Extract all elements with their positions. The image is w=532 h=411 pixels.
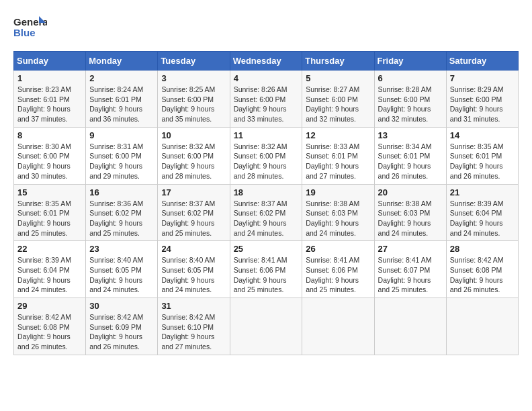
day-info: Sunrise: 8:42 AMSunset: 6:10 PMDaylight:… [161,313,215,351]
day-info: Sunrise: 8:31 AMSunset: 6:00 PMDaylight:… [89,142,143,180]
calendar-cell: 10Sunrise: 8:32 AMSunset: 6:00 PMDayligh… [158,127,230,184]
logo-svg: General Blue [13,13,47,43]
calendar-cell: 28Sunrise: 8:42 AMSunset: 6:08 PMDayligh… [446,241,518,298]
calendar-cell: 2Sunrise: 8:24 AMSunset: 6:01 PMDaylight… [86,71,158,128]
weekday-header-wednesday: Wednesday [230,52,302,71]
calendar-cell: 22Sunrise: 8:39 AMSunset: 6:04 PMDayligh… [14,241,86,298]
day-info: Sunrise: 8:33 AMSunset: 6:01 PMDaylight:… [306,142,359,180]
day-number: 5 [306,73,370,83]
calendar-cell: 11Sunrise: 8:32 AMSunset: 6:00 PMDayligh… [230,127,302,184]
day-info: Sunrise: 8:38 AMSunset: 6:03 PMDaylight:… [306,199,359,237]
day-info: Sunrise: 8:32 AMSunset: 6:00 PMDaylight:… [161,142,215,180]
day-info: Sunrise: 8:29 AMSunset: 6:00 PMDaylight:… [450,85,504,123]
day-info: Sunrise: 8:37 AMSunset: 6:02 PMDaylight:… [161,199,215,237]
day-number: 23 [89,244,154,254]
weekday-header-saturday: Saturday [446,52,518,71]
day-number: 29 [17,301,82,311]
calendar-cell: 7Sunrise: 8:29 AMSunset: 6:00 PMDaylight… [446,71,518,128]
calendar-cell: 24Sunrise: 8:40 AMSunset: 6:05 PMDayligh… [158,241,230,298]
day-number: 9 [89,130,154,140]
weekday-header-row: SundayMondayTuesdayWednesdayThursdayFrid… [14,52,519,71]
day-info: Sunrise: 8:42 AMSunset: 6:09 PMDaylight:… [89,313,143,351]
day-number: 1 [17,73,82,83]
weekday-header-tuesday: Tuesday [158,52,230,71]
weekday-header-sunday: Sunday [14,52,86,71]
day-number: 27 [378,244,443,254]
calendar-cell: 25Sunrise: 8:41 AMSunset: 6:06 PMDayligh… [230,241,302,298]
calendar-week-4: 22Sunrise: 8:39 AMSunset: 6:04 PMDayligh… [14,241,519,298]
calendar-cell: 21Sunrise: 8:39 AMSunset: 6:04 PMDayligh… [446,184,518,241]
weekday-header-friday: Friday [374,52,446,71]
day-number: 20 [378,187,443,197]
day-info: Sunrise: 8:42 AMSunset: 6:08 PMDaylight:… [17,313,71,351]
day-number: 11 [234,130,299,140]
day-number: 14 [450,130,515,140]
logo: General Blue [13,13,47,43]
calendar-cell: 8Sunrise: 8:30 AMSunset: 6:00 PMDaylight… [14,127,86,184]
calendar-cell [230,298,302,355]
day-number: 30 [89,301,154,311]
calendar-cell: 5Sunrise: 8:27 AMSunset: 6:00 PMDaylight… [302,71,374,128]
calendar-cell: 20Sunrise: 8:38 AMSunset: 6:03 PMDayligh… [374,184,446,241]
calendar-cell: 27Sunrise: 8:41 AMSunset: 6:07 PMDayligh… [374,241,446,298]
day-number: 13 [378,130,443,140]
day-number: 26 [306,244,370,254]
day-number: 16 [89,187,154,197]
day-number: 15 [17,187,82,197]
calendar-cell: 12Sunrise: 8:33 AMSunset: 6:01 PMDayligh… [302,127,374,184]
calendar-cell: 31Sunrise: 8:42 AMSunset: 6:10 PMDayligh… [158,298,230,355]
calendar-cell: 15Sunrise: 8:35 AMSunset: 6:01 PMDayligh… [14,184,86,241]
calendar-cell: 4Sunrise: 8:26 AMSunset: 6:00 PMDaylight… [230,71,302,128]
calendar-cell [374,298,446,355]
day-info: Sunrise: 8:35 AMSunset: 6:01 PMDaylight:… [450,142,504,180]
calendar-cell: 6Sunrise: 8:28 AMSunset: 6:00 PMDaylight… [374,71,446,128]
calendar-cell: 14Sunrise: 8:35 AMSunset: 6:01 PMDayligh… [446,127,518,184]
day-number: 24 [161,244,226,254]
day-info: Sunrise: 8:28 AMSunset: 6:00 PMDaylight:… [378,85,432,123]
day-number: 6 [378,73,443,83]
day-number: 28 [450,244,515,254]
day-number: 10 [161,130,226,140]
weekday-header-thursday: Thursday [302,52,374,71]
calendar-cell: 13Sunrise: 8:34 AMSunset: 6:01 PMDayligh… [374,127,446,184]
day-info: Sunrise: 8:37 AMSunset: 6:02 PMDaylight:… [234,199,287,237]
svg-text:Blue: Blue [13,27,36,38]
day-info: Sunrise: 8:39 AMSunset: 6:04 PMDaylight:… [17,256,71,293]
day-number: 19 [306,187,370,197]
calendar-cell: 1Sunrise: 8:23 AMSunset: 6:01 PMDaylight… [14,71,86,128]
calendar-week-3: 15Sunrise: 8:35 AMSunset: 6:01 PMDayligh… [14,184,519,241]
day-info: Sunrise: 8:40 AMSunset: 6:05 PMDaylight:… [161,256,215,293]
day-number: 25 [234,244,299,254]
header: General Blue [13,13,519,43]
calendar-cell [446,298,518,355]
day-info: Sunrise: 8:23 AMSunset: 6:01 PMDaylight:… [17,85,71,123]
day-info: Sunrise: 8:30 AMSunset: 6:00 PMDaylight:… [17,142,71,180]
calendar-week-1: 1Sunrise: 8:23 AMSunset: 6:01 PMDaylight… [14,71,519,128]
day-number: 4 [234,73,299,83]
calendar-cell: 9Sunrise: 8:31 AMSunset: 6:00 PMDaylight… [86,127,158,184]
day-info: Sunrise: 8:41 AMSunset: 6:07 PMDaylight:… [378,256,432,293]
calendar-cell: 17Sunrise: 8:37 AMSunset: 6:02 PMDayligh… [158,184,230,241]
calendar-cell: 18Sunrise: 8:37 AMSunset: 6:02 PMDayligh… [230,184,302,241]
calendar-week-2: 8Sunrise: 8:30 AMSunset: 6:00 PMDaylight… [14,127,519,184]
day-number: 7 [450,73,515,83]
day-info: Sunrise: 8:38 AMSunset: 6:03 PMDaylight:… [378,199,432,237]
calendar-table: SundayMondayTuesdayWednesdayThursdayFrid… [13,51,519,355]
day-info: Sunrise: 8:41 AMSunset: 6:06 PMDaylight:… [234,256,287,293]
day-info: Sunrise: 8:25 AMSunset: 6:00 PMDaylight:… [161,85,215,123]
calendar-cell: 19Sunrise: 8:38 AMSunset: 6:03 PMDayligh… [302,184,374,241]
calendar-cell: 3Sunrise: 8:25 AMSunset: 6:00 PMDaylight… [158,71,230,128]
calendar-cell: 16Sunrise: 8:36 AMSunset: 6:02 PMDayligh… [86,184,158,241]
weekday-header-monday: Monday [86,52,158,71]
day-number: 2 [89,73,154,83]
day-info: Sunrise: 8:32 AMSunset: 6:00 PMDaylight:… [234,142,287,180]
day-number: 22 [17,244,82,254]
calendar-cell: 30Sunrise: 8:42 AMSunset: 6:09 PMDayligh… [86,298,158,355]
day-number: 17 [161,187,226,197]
day-info: Sunrise: 8:24 AMSunset: 6:01 PMDaylight:… [89,85,143,123]
day-number: 18 [234,187,299,197]
day-info: Sunrise: 8:39 AMSunset: 6:04 PMDaylight:… [450,199,504,237]
calendar-cell [302,298,374,355]
day-info: Sunrise: 8:40 AMSunset: 6:05 PMDaylight:… [89,256,143,293]
calendar-week-5: 29Sunrise: 8:42 AMSunset: 6:08 PMDayligh… [14,298,519,355]
